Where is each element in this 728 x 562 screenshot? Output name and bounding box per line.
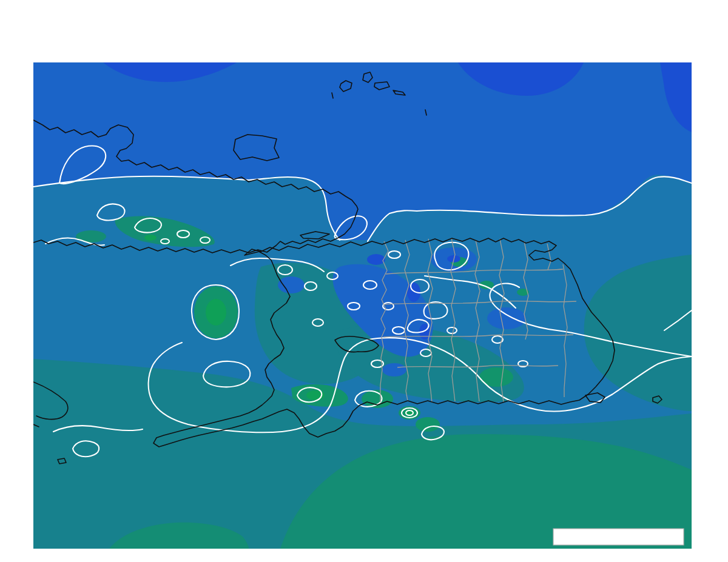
subtitle-datetime-line xyxy=(0,27,728,38)
temperature-map-figure xyxy=(0,58,728,562)
temperature-shading xyxy=(33,62,692,549)
